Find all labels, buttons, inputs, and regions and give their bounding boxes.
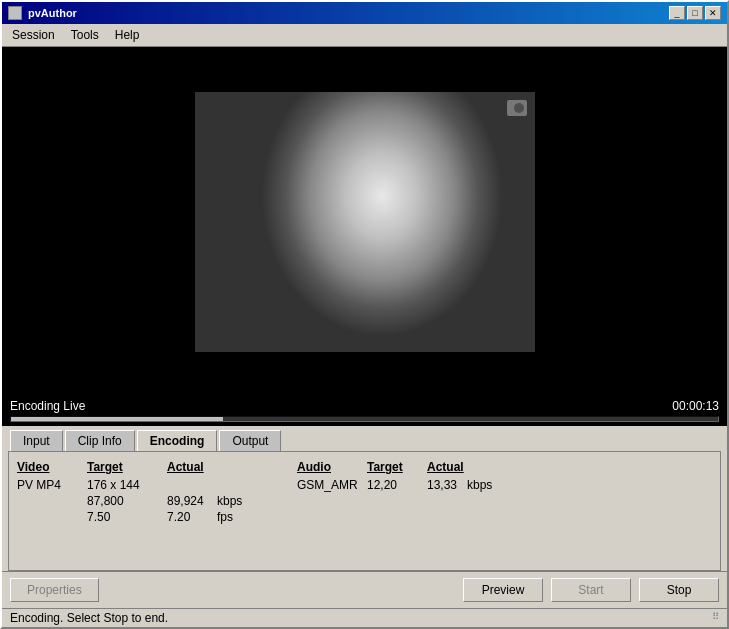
- status-text: Encoding. Select Stop to end.: [10, 611, 168, 625]
- tab-clip-info[interactable]: Clip Info: [65, 430, 135, 451]
- audio-unit: kbps: [467, 478, 507, 492]
- video-col-header: Video: [17, 460, 87, 474]
- button-bar: Properties Preview Start Stop: [2, 571, 727, 608]
- title-bar: pvAuthor _ □ ✕: [2, 2, 727, 24]
- encoding-status-bar: Encoding Live 00:00:13: [2, 396, 727, 416]
- target-bitrate: 87,800: [87, 494, 167, 508]
- actual-bitrate: 89,924: [167, 494, 217, 508]
- resize-grip: ⠿: [712, 611, 719, 625]
- menu-tools[interactable]: Tools: [65, 26, 105, 44]
- video-codec-spacer: [17, 494, 87, 508]
- title-bar-left: pvAuthor: [8, 6, 77, 20]
- camera-icon: [507, 100, 527, 116]
- minimize-button[interactable]: _: [669, 6, 685, 20]
- menu-bar: Session Tools Help: [2, 24, 727, 47]
- tab-input[interactable]: Input: [10, 430, 63, 451]
- camera-lens: [514, 103, 524, 113]
- audio-target-val: 12,20: [367, 478, 427, 492]
- video-frame: [195, 92, 535, 352]
- maximize-button[interactable]: □: [687, 6, 703, 20]
- encoding-data: Video Target Actual PV MP4 176 x 144 87,…: [17, 460, 712, 524]
- properties-button[interactable]: Properties: [10, 578, 99, 602]
- audio-actual-col-header: Actual: [427, 460, 487, 474]
- preview-button[interactable]: Preview: [463, 578, 543, 602]
- title-buttons: _ □ ✕: [669, 6, 721, 20]
- close-button[interactable]: ✕: [705, 6, 721, 20]
- tabs-container: Input Clip Info Encoding Output Video Ta…: [2, 426, 727, 571]
- audio-data-section: Audio Target Actual GSM_AMR 12,20 13,33 …: [297, 460, 507, 524]
- actual-fps: 7.20: [167, 510, 217, 524]
- target-fps: 7.50: [87, 510, 167, 524]
- menu-help[interactable]: Help: [109, 26, 146, 44]
- tab-content-encoding: Video Target Actual PV MP4 176 x 144 87,…: [8, 451, 721, 571]
- target-res: 176 x 144: [87, 478, 167, 492]
- window-title: pvAuthor: [28, 7, 77, 19]
- actual-res: [167, 478, 217, 492]
- main-window: pvAuthor _ □ ✕ Session Tools Help Encodi…: [0, 0, 729, 629]
- video-codec: PV MP4: [17, 478, 87, 492]
- encoding-status-time: 00:00:13: [672, 399, 719, 413]
- app-icon: [8, 6, 22, 20]
- target-col-header: Target: [87, 460, 167, 474]
- audio-col-header: Audio: [297, 460, 367, 474]
- audio-target-col-header: Target: [367, 460, 427, 474]
- progress-bar-track: [10, 416, 719, 422]
- progress-bar-fill: [11, 417, 223, 421]
- status-bar: Encoding. Select Stop to end. ⠿: [2, 608, 727, 627]
- audio-codec: GSM_AMR: [297, 478, 367, 492]
- tab-row: Input Clip Info Encoding Output: [2, 426, 727, 451]
- stop-button[interactable]: Stop: [639, 578, 719, 602]
- video-content: [195, 92, 535, 352]
- menu-session[interactable]: Session: [6, 26, 61, 44]
- video-data-section: Video Target Actual PV MP4 176 x 144 87,…: [17, 460, 257, 524]
- bitrate-unit: kbps: [217, 494, 257, 508]
- actual-col-header: Actual: [167, 460, 237, 474]
- progress-bar-area: [2, 416, 727, 426]
- encoding-status-left: Encoding Live: [10, 399, 85, 413]
- video-codec-spacer2: [17, 510, 87, 524]
- tab-encoding[interactable]: Encoding: [137, 430, 218, 451]
- audio-actual-val: 13,33: [427, 478, 467, 492]
- fps-unit: fps: [217, 510, 257, 524]
- video-area: [2, 47, 727, 396]
- tab-output[interactable]: Output: [219, 430, 281, 451]
- start-button[interactable]: Start: [551, 578, 631, 602]
